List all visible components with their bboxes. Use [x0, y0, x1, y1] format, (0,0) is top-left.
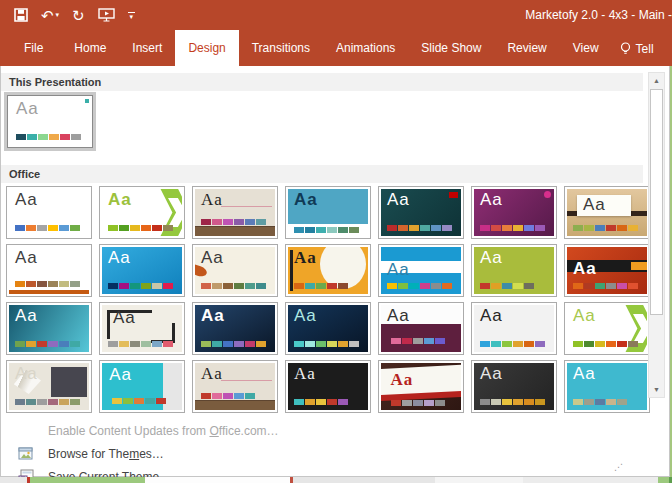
theme-aa-sample: Aa — [113, 308, 136, 328]
themes-gallery-dropdown: This Presentation Aa Office AaAaAaAaAaAa… — [0, 66, 670, 477]
tab-animations[interactable]: Animations — [323, 30, 408, 66]
theme-thumbnail[interactable]: Aa — [6, 302, 92, 355]
theme-aa-sample: Aa — [480, 248, 503, 268]
tab-slide-show[interactable]: Slide Show — [408, 30, 494, 66]
theme-aa-sample: Aa — [15, 364, 38, 384]
theme-thumbnail[interactable]: Aa — [99, 360, 185, 413]
start-slideshow-icon[interactable] — [98, 8, 115, 22]
tab-view[interactable]: View — [560, 30, 612, 66]
tab-insert[interactable]: Insert — [119, 30, 175, 66]
tab-file[interactable]: File — [0, 30, 61, 66]
theme-color-swatches — [573, 283, 638, 289]
theme-thumbnail[interactable]: Aa — [6, 186, 92, 239]
menu-enable-content-updates[interactable]: Enable Content Updates from Office.com… — [1, 419, 669, 442]
section-office: Office — [1, 165, 643, 183]
theme-color-swatches — [201, 393, 255, 399]
theme-thumbnail[interactable]: Aa — [192, 302, 278, 355]
ribbon-tabs: FileHomeInsertDesignTransitionsAnimation… — [0, 30, 612, 66]
theme-aa-sample: Aa — [201, 190, 223, 210]
theme-color-swatches — [108, 225, 173, 231]
theme-color-swatches — [294, 399, 348, 405]
tellme-label: Tell — [636, 42, 654, 56]
theme-thumbnail[interactable]: Aa — [285, 360, 371, 413]
tab-review[interactable]: Review — [494, 30, 559, 66]
theme-aa-sample: Aa — [583, 195, 606, 215]
theme-aa-sample: Aa — [387, 306, 410, 326]
theme-thumbnail[interactable]: Aa — [564, 360, 650, 413]
tab-design[interactable]: Design — [175, 30, 238, 66]
theme-thumbnail[interactable]: Aa — [378, 302, 464, 355]
theme-thumbnail[interactable]: Aa — [192, 360, 278, 413]
menu-browse-for-themes[interactable]: Browse for Themes… — [1, 442, 669, 465]
theme-aa-sample: Aa — [387, 260, 410, 280]
theme-color-swatches — [480, 283, 534, 289]
quick-access-toolbar: ↶▾ ↻ ▾ — [14, 4, 135, 26]
theme-thumbnail[interactable]: Aa — [192, 244, 278, 297]
title-bar: ↶▾ ↻ ▾ Marketofy 2.0 - 4x3 - Main - — [0, 0, 672, 30]
customize-qat-icon[interactable]: ▾ — [128, 12, 135, 19]
theme-thumbnail[interactable]: Aa — [192, 186, 278, 239]
office-themes-grid: AaAaAaAaAaAaAaAaAaAaAaAaAaAaAaAaAaAaAaAa… — [1, 183, 669, 413]
tellme-box[interactable]: Tell — [620, 30, 654, 66]
theme-color-swatches — [108, 341, 173, 347]
theme-aa-sample: Aa — [201, 306, 225, 326]
theme-color-swatches — [15, 281, 80, 287]
theme-thumbnail[interactable]: Aa — [471, 186, 557, 239]
theme-aa-sample: Aa — [294, 190, 318, 210]
theme-aa-sample: Aa — [109, 365, 132, 385]
theme-thumbnail[interactable]: Aa — [285, 302, 371, 355]
gallery-scrollbar[interactable]: ▲ ▼ — [648, 72, 665, 398]
browse-themes-icon — [18, 446, 34, 462]
theme-thumbnail[interactable]: Aa — [564, 244, 650, 297]
theme-thumbnail[interactable]: Aa — [564, 186, 650, 239]
theme-thumbnail[interactable]: Aa — [99, 244, 185, 297]
theme-aa-sample: Aa — [480, 364, 503, 384]
theme-thumbnail[interactable]: Aa — [285, 186, 371, 239]
theme-thumbnail[interactable]: Aa — [564, 302, 650, 355]
background-slide-sliver — [0, 477, 672, 483]
theme-aa-sample: Aa — [294, 248, 317, 268]
tab-home[interactable]: Home — [61, 30, 119, 66]
theme-color-swatches — [387, 225, 452, 231]
theme-thumbnail[interactable]: Aa — [471, 244, 557, 297]
theme-thumbnail[interactable]: Aa — [7, 95, 93, 148]
theme-color-swatches — [15, 225, 80, 231]
scroll-down-icon[interactable]: ▼ — [649, 382, 664, 397]
theme-color-swatches — [201, 341, 266, 347]
theme-thumbnail[interactable]: Aa — [378, 360, 464, 413]
theme-color-swatches — [480, 399, 545, 405]
theme-color-swatches — [16, 134, 81, 140]
theme-aa-sample: Aa — [294, 306, 317, 326]
repeat-icon[interactable]: ↻ — [72, 8, 85, 23]
theme-color-swatches — [391, 338, 445, 344]
theme-thumbnail[interactable]: Aa — [471, 302, 557, 355]
theme-color-swatches — [573, 399, 627, 405]
theme-thumbnail[interactable]: Aa — [378, 186, 464, 239]
scroll-up-icon[interactable]: ▲ — [649, 73, 664, 88]
gallery-resize-grip[interactable]: ⋰ — [614, 463, 623, 472]
theme-aa-sample: Aa — [480, 306, 503, 326]
theme-thumbnail[interactable]: Aa — [99, 186, 185, 239]
theme-thumbnail[interactable]: Aa — [471, 360, 557, 413]
theme-thumbnail[interactable]: Aa — [6, 360, 92, 413]
theme-color-swatches — [15, 341, 80, 347]
lightbulb-icon — [620, 42, 631, 56]
undo-icon[interactable]: ↶▾ — [41, 8, 59, 23]
theme-color-swatches — [387, 283, 452, 289]
theme-color-swatches — [573, 341, 638, 347]
theme-color-swatches — [294, 283, 348, 289]
theme-thumbnail[interactable]: Aa — [6, 244, 92, 297]
theme-thumbnail[interactable]: Aa — [378, 244, 464, 297]
theme-aa-sample: Aa — [15, 190, 38, 210]
theme-thumbnail[interactable]: Aa — [99, 302, 185, 355]
theme-aa-sample: Aa — [573, 259, 597, 279]
scrollbar-thumb[interactable] — [650, 89, 663, 315]
save-icon[interactable] — [14, 8, 28, 22]
tab-transitions[interactable]: Transitions — [239, 30, 323, 66]
theme-aa-sample: Aa — [15, 306, 38, 326]
ribbon-tab-bar: FileHomeInsertDesignTransitionsAnimation… — [0, 30, 672, 66]
theme-thumbnail[interactable]: Aa — [285, 244, 371, 297]
theme-color-swatches — [201, 283, 266, 289]
spacer — [18, 423, 34, 439]
theme-aa-sample: Aa — [15, 248, 38, 268]
